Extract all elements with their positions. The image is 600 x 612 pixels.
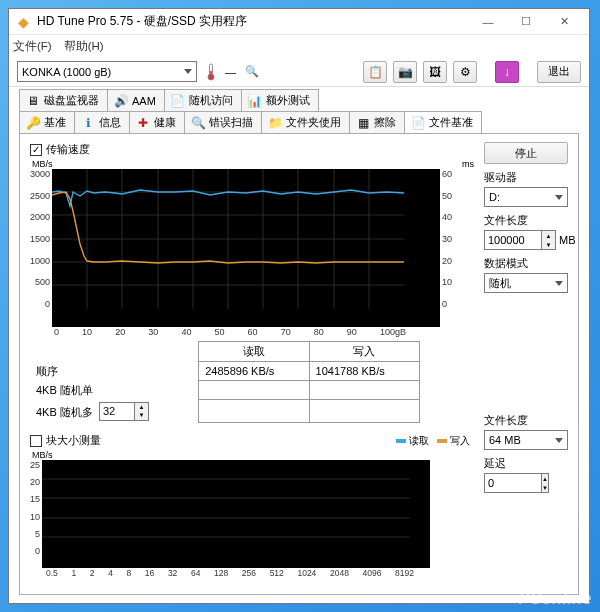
watermark: PConline [519,590,592,608]
drive-select[interactable]: D: [484,187,568,207]
delay-label: 延迟 [484,456,568,471]
row-4kb-multi: 4KB 随机多 ▲▼ [30,400,420,423]
random-icon: 📄 [171,94,185,108]
chart2-y: 2520151050 [30,460,42,556]
folder-icon: 📁 [268,116,282,130]
benchmark-icon: 🔑 [26,116,40,130]
row-sequential: 顺序2485896 KB/s1041788 KB/s [30,362,420,381]
chart2-legend: 读取 写入 [396,434,476,448]
tab-panel-file-benchmark: ✓ 传输速度 MB/s ms 300025002000150010005000 [19,133,579,595]
delay-input[interactable]: ▲▼ [484,473,544,493]
close-button[interactable]: ✕ [545,12,583,32]
results-table: 读取写入 顺序2485896 KB/s1041788 KB/s 4KB 随机单 … [30,341,476,423]
thermometer-icon [203,63,219,81]
checkbox-checked-icon: ✓ [30,144,42,156]
chart1-y-left: 300025002000150010005000 [30,169,52,309]
chevron-down-icon [555,438,563,443]
transfer-speed-checkbox[interactable]: ✓ 传输速度 [30,142,476,157]
queue-depth-input[interactable] [99,402,135,421]
info-icon: ℹ [81,116,95,130]
tab-error-scan[interactable]: 🔍错误扫描 [184,111,262,133]
col-read: 读取 [199,342,309,362]
monitor-icon: 🖥 [26,94,40,108]
tab-aam[interactable]: 🔊AAM [107,89,165,111]
options-button[interactable]: ⚙ [453,61,477,83]
svg-rect-2 [210,71,212,77]
blocksize-checkbox[interactable]: 块大小测量 [30,433,101,448]
tab-strip: 🖥磁盘监视器 🔊AAM 📄随机访问 📊额外测试 🔑基准 ℹ信息 ✚健康 🔍错误扫… [9,87,589,133]
drive-label: 驱动器 [484,170,568,185]
data-mode-select[interactable]: 随机 [484,273,568,293]
exit-button[interactable]: 退出 [537,61,581,83]
titlebar[interactable]: ◆ HD Tune Pro 5.75 - 硬盘/SSD 实用程序 — ☐ ✕ [9,9,589,35]
data-mode-label: 数据模式 [484,256,568,271]
seq-read-value: 2485896 KB/s [199,362,309,381]
file-length-label: 文件长度 [484,213,568,228]
tab-extra-tests[interactable]: 📊额外测试 [241,89,319,111]
scan-icon: 🔍 [191,116,205,130]
health-icon: ✚ [136,116,150,130]
menubar: 文件(F) 帮助(H) [9,35,589,57]
chart2-plot [42,460,430,568]
checkbox-unchecked-icon [30,435,42,447]
save-button[interactable]: ↓ [495,61,519,83]
window-title: HD Tune Pro 5.75 - 硬盘/SSD 实用程序 [37,13,469,30]
qd-spinner[interactable]: ▲▼ [135,402,149,421]
device-select[interactable]: KONKA (1000 gB) [17,61,197,82]
copy-screenshot-button[interactable]: 📷 [393,61,417,83]
file-bench-icon: 📄 [411,116,425,130]
chevron-down-icon [555,195,563,200]
chart2-x: 0.512481632641282565121024204840968192 [46,568,414,578]
speaker-icon: 🔊 [114,94,128,108]
file-length2-select[interactable]: 64 MB [484,430,568,450]
chevron-down-icon [555,281,563,286]
maximize-button[interactable]: ☐ [507,12,545,32]
tab-info[interactable]: ℹ信息 [74,111,130,133]
tab-erase[interactable]: ▦擦除 [349,111,405,133]
chart1-y-right: 6050403020100 [440,169,452,309]
tab-random-access[interactable]: 📄随机访问 [164,89,242,111]
file-length-input[interactable]: ▲▼ [484,230,556,250]
extra-icon: 📊 [248,94,262,108]
transfer-speed-chart: MB/s ms 300025002000150010005000 [30,159,476,337]
save-screenshot-button[interactable]: 🖼 [423,61,447,83]
seq-write-value: 1041788 KB/s [309,362,419,381]
tab-folder-usage[interactable]: 📁文件夹使用 [261,111,350,133]
toolbar: KONKA (1000 gB) — 🔍 📋 📷 🖼 ⚙ ↓ 退出 [9,57,589,87]
col-write: 写入 [309,342,419,362]
app-window: ◆ HD Tune Pro 5.75 - 硬盘/SSD 实用程序 — ☐ ✕ 文… [8,8,590,604]
chart1-plot [52,169,440,327]
row-4kb-single: 4KB 随机单 [30,381,420,400]
stop-button[interactable]: 停止 [484,142,568,164]
app-icon: ◆ [15,14,31,30]
tab-disk-monitor[interactable]: 🖥磁盘监视器 [19,89,108,111]
side-panel: 停止 驱动器 D: 文件长度 ▲▼ MB 数据模式 随机 文件长度 64 MB [484,142,568,586]
chevron-down-icon [184,69,192,74]
magnifier-icon: 🔍 [244,63,260,81]
copy-info-button[interactable]: 📋 [363,61,387,83]
file-length2-label: 文件长度 [484,413,568,428]
tab-file-benchmark[interactable]: 📄文件基准 [404,111,482,133]
device-select-value: KONKA (1000 gB) [22,66,111,78]
temperature-value: — [225,66,236,78]
erase-icon: ▦ [356,116,370,130]
chart1-x: 0102030405060708090100gB [54,327,406,337]
menu-help[interactable]: 帮助(H) [64,39,104,54]
minimize-button[interactable]: — [469,12,507,32]
tab-health[interactable]: ✚健康 [129,111,185,133]
tab-benchmark[interactable]: 🔑基准 [19,111,75,133]
file-length-unit: MB [559,234,576,246]
menu-file[interactable]: 文件(F) [13,39,52,54]
